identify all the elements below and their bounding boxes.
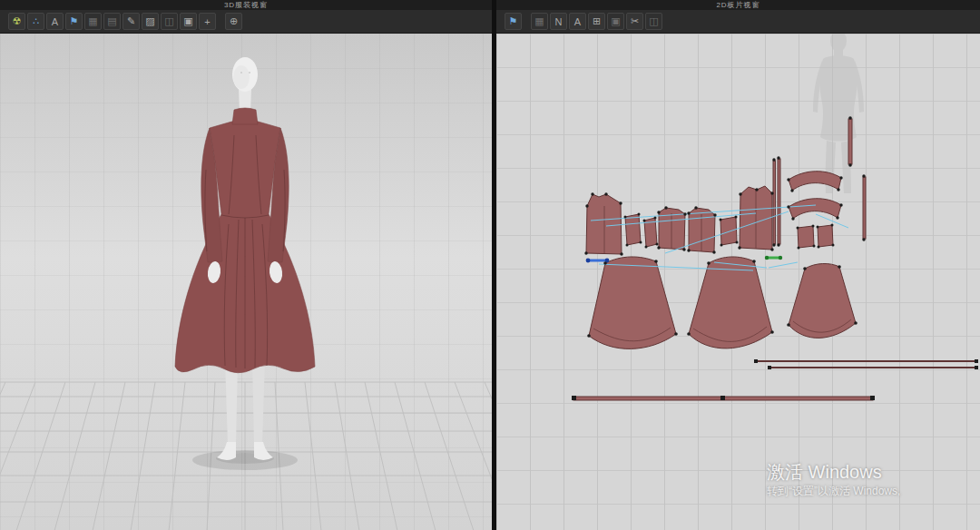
toolbar-separator xyxy=(524,13,529,30)
show-base-lines-icon[interactable]: ▤ xyxy=(103,13,121,30)
avatar-head[interactable] xyxy=(232,57,258,113)
garment-dress[interactable] xyxy=(175,108,315,373)
pattern-outline-icon[interactable]: ⊞ xyxy=(588,13,605,30)
viewport-2d[interactable] xyxy=(496,34,980,530)
pattern-piece-strap-3[interactable] xyxy=(848,119,852,164)
panel-2d-view: 2D板片视窗 ⚑ ▦ N A ⊞ ▣ ✂ ◫ xyxy=(496,0,980,530)
pattern-piece-skirt-panel-2[interactable] xyxy=(689,257,772,348)
panel-2d-title: 2D板片视窗 xyxy=(496,0,980,10)
particle-distance-icon[interactable]: ∴ xyxy=(27,13,44,30)
texture-surface-icon[interactable]: ▨ xyxy=(142,13,159,30)
selected-seam-green[interactable] xyxy=(765,256,782,260)
simulate-icon[interactable]: ☢ xyxy=(8,13,25,30)
avatar-silhouette-ghost xyxy=(813,34,864,193)
link-pieces-icon[interactable]: ◫ xyxy=(645,13,662,30)
pen-3d-icon[interactable]: ✎ xyxy=(122,13,140,30)
add-element-icon[interactable]: + xyxy=(199,13,216,30)
pattern-piece-cuff-1[interactable] xyxy=(625,214,641,245)
toolbar-3d: ☢ ∴ A ⚑ ▦ ▤ ✎ ▨ ◫ ▣ + ⊕ xyxy=(0,10,492,34)
fabric-name-icon[interactable]: A xyxy=(46,13,64,30)
pattern-piece-side-back[interactable] xyxy=(689,208,715,252)
annotation-text-icon[interactable]: A xyxy=(569,13,586,30)
scene-3d xyxy=(0,34,492,530)
notch-tool-icon[interactable]: N xyxy=(550,13,567,30)
pattern-piece-strap-2[interactable] xyxy=(778,159,780,244)
panel-3d-view: 3D服装视窗 ☢ ∴ A ⚑ ▦ ▤ ✎ ▨ ◫ ▣ + ⊕ xyxy=(0,0,492,530)
cut-sew-icon[interactable]: ✂ xyxy=(626,13,643,30)
show-avatar-icon[interactable]: ▣ xyxy=(180,13,197,30)
show-baseline-icon[interactable]: ▣ xyxy=(607,13,624,30)
toolbar-separator xyxy=(218,13,223,30)
pattern-piece-skirt-panel-1[interactable] xyxy=(589,257,676,348)
pattern-piece-facing-2[interactable] xyxy=(818,225,833,247)
show-pattern-icon[interactable]: ⚑ xyxy=(505,13,522,30)
pattern-piece-facing-1[interactable] xyxy=(798,226,814,248)
show-internal-lines-icon[interactable]: ▦ xyxy=(84,13,102,30)
mesh-view-icon[interactable]: ◫ xyxy=(161,13,178,30)
pattern-piece-skirt-panel-3[interactable] xyxy=(789,263,856,338)
show-garment-icon[interactable]: ⚑ xyxy=(65,13,83,30)
viewport-3d[interactable] xyxy=(0,34,492,530)
pattern-belt-lines[interactable] xyxy=(756,361,978,368)
pattern-piece-side-panel[interactable] xyxy=(720,217,737,245)
pattern-piece-strap-1[interactable] xyxy=(773,161,776,244)
toolbar-2d: ⚑ ▦ N A ⊞ ▣ ✂ ◫ xyxy=(496,10,980,34)
pattern-piece-front-bodice[interactable] xyxy=(586,194,622,254)
dress-collar[interactable] xyxy=(232,108,258,124)
scene-2d xyxy=(496,34,980,530)
pattern-piece-strap-4[interactable] xyxy=(863,177,866,239)
panel-3d-title: 3D服装视窗 xyxy=(0,0,492,10)
pin-tool-icon[interactable]: ⊕ xyxy=(225,13,242,30)
belt-endpoints xyxy=(572,359,978,400)
show-grid-icon[interactable]: ▦ xyxy=(531,13,548,30)
pattern-piece-collar-lower[interactable] xyxy=(789,199,841,219)
